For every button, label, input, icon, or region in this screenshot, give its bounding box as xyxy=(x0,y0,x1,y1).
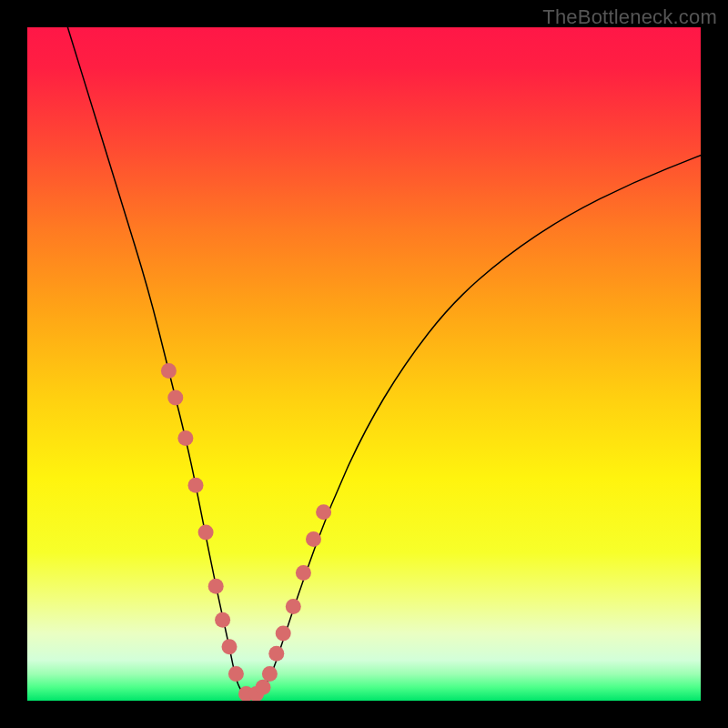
marker-dot xyxy=(188,478,204,493)
marker-dot xyxy=(286,599,301,614)
marker-dot xyxy=(256,680,271,695)
watermark-text: TheBottleneck.com xyxy=(542,5,717,29)
marker-dot xyxy=(296,565,311,581)
marker-dot xyxy=(268,646,284,662)
marker-dots xyxy=(161,363,331,701)
marker-dot xyxy=(306,531,321,547)
marker-dot xyxy=(262,666,278,682)
outer-frame: TheBottleneck.com xyxy=(0,0,728,728)
marker-dot xyxy=(215,612,230,628)
bottleneck-curve xyxy=(67,27,701,696)
marker-dot xyxy=(276,626,291,642)
curve-layer xyxy=(27,27,701,701)
marker-dot xyxy=(222,639,238,654)
marker-dot xyxy=(208,579,224,594)
marker-dot xyxy=(177,430,193,446)
plot-area xyxy=(27,27,701,701)
marker-dot xyxy=(316,504,331,520)
marker-dot xyxy=(198,525,214,541)
marker-dot xyxy=(161,363,177,379)
marker-dot xyxy=(228,666,244,682)
marker-dot xyxy=(167,390,183,406)
